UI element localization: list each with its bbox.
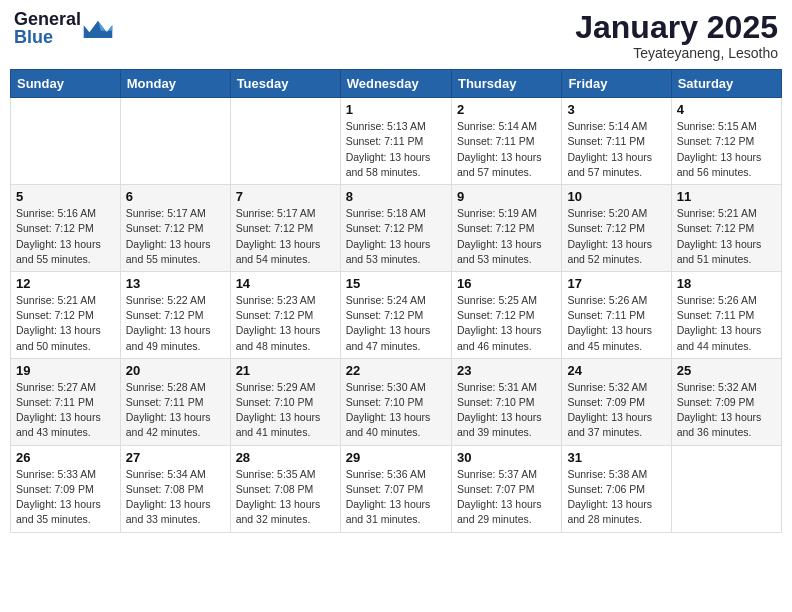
calendar-cell: 4Sunrise: 5:15 AM Sunset: 7:12 PM Daylig… — [671, 98, 781, 185]
day-number: 31 — [567, 450, 665, 465]
day-number: 21 — [236, 363, 335, 378]
day-number: 30 — [457, 450, 556, 465]
day-number: 12 — [16, 276, 115, 291]
day-number: 1 — [346, 102, 446, 117]
day-number: 20 — [126, 363, 225, 378]
weekday-header-friday: Friday — [562, 70, 671, 98]
day-info: Sunrise: 5:36 AM Sunset: 7:07 PM Dayligh… — [346, 467, 446, 528]
day-info: Sunrise: 5:24 AM Sunset: 7:12 PM Dayligh… — [346, 293, 446, 354]
day-info: Sunrise: 5:15 AM Sunset: 7:12 PM Dayligh… — [677, 119, 776, 180]
day-number: 17 — [567, 276, 665, 291]
month-title: January 2025 — [575, 10, 778, 45]
calendar-cell — [11, 98, 121, 185]
calendar-cell: 18Sunrise: 5:26 AM Sunset: 7:11 PM Dayli… — [671, 271, 781, 358]
title-section: January 2025 Teyateyaneng, Lesotho — [575, 10, 778, 61]
calendar-cell: 30Sunrise: 5:37 AM Sunset: 7:07 PM Dayli… — [451, 445, 561, 532]
weekday-header-wednesday: Wednesday — [340, 70, 451, 98]
day-number: 23 — [457, 363, 556, 378]
logo-blue: Blue — [14, 28, 81, 46]
day-info: Sunrise: 5:16 AM Sunset: 7:12 PM Dayligh… — [16, 206, 115, 267]
day-info: Sunrise: 5:22 AM Sunset: 7:12 PM Dayligh… — [126, 293, 225, 354]
day-number: 3 — [567, 102, 665, 117]
calendar-cell: 9Sunrise: 5:19 AM Sunset: 7:12 PM Daylig… — [451, 185, 561, 272]
calendar-cell: 16Sunrise: 5:25 AM Sunset: 7:12 PM Dayli… — [451, 271, 561, 358]
day-info: Sunrise: 5:26 AM Sunset: 7:11 PM Dayligh… — [567, 293, 665, 354]
day-number: 6 — [126, 189, 225, 204]
day-number: 8 — [346, 189, 446, 204]
day-number: 27 — [126, 450, 225, 465]
weekday-header-monday: Monday — [120, 70, 230, 98]
day-info: Sunrise: 5:25 AM Sunset: 7:12 PM Dayligh… — [457, 293, 556, 354]
logo: General Blue — [14, 10, 113, 46]
day-number: 5 — [16, 189, 115, 204]
calendar-cell: 27Sunrise: 5:34 AM Sunset: 7:08 PM Dayli… — [120, 445, 230, 532]
day-number: 25 — [677, 363, 776, 378]
day-info: Sunrise: 5:29 AM Sunset: 7:10 PM Dayligh… — [236, 380, 335, 441]
day-info: Sunrise: 5:34 AM Sunset: 7:08 PM Dayligh… — [126, 467, 225, 528]
calendar-cell: 19Sunrise: 5:27 AM Sunset: 7:11 PM Dayli… — [11, 358, 121, 445]
page-header: General Blue January 2025 Teyateyaneng, … — [10, 10, 782, 61]
day-info: Sunrise: 5:31 AM Sunset: 7:10 PM Dayligh… — [457, 380, 556, 441]
weekday-header-row: SundayMondayTuesdayWednesdayThursdayFrid… — [11, 70, 782, 98]
day-number: 24 — [567, 363, 665, 378]
calendar-cell: 17Sunrise: 5:26 AM Sunset: 7:11 PM Dayli… — [562, 271, 671, 358]
calendar-cell: 13Sunrise: 5:22 AM Sunset: 7:12 PM Dayli… — [120, 271, 230, 358]
day-number: 11 — [677, 189, 776, 204]
day-number: 29 — [346, 450, 446, 465]
location: Teyateyaneng, Lesotho — [575, 45, 778, 61]
day-info: Sunrise: 5:17 AM Sunset: 7:12 PM Dayligh… — [236, 206, 335, 267]
day-info: Sunrise: 5:13 AM Sunset: 7:11 PM Dayligh… — [346, 119, 446, 180]
day-info: Sunrise: 5:17 AM Sunset: 7:12 PM Dayligh… — [126, 206, 225, 267]
calendar-cell — [230, 98, 340, 185]
day-number: 28 — [236, 450, 335, 465]
day-info: Sunrise: 5:30 AM Sunset: 7:10 PM Dayligh… — [346, 380, 446, 441]
day-number: 14 — [236, 276, 335, 291]
day-info: Sunrise: 5:28 AM Sunset: 7:11 PM Dayligh… — [126, 380, 225, 441]
calendar-week-4: 19Sunrise: 5:27 AM Sunset: 7:11 PM Dayli… — [11, 358, 782, 445]
calendar-cell: 23Sunrise: 5:31 AM Sunset: 7:10 PM Dayli… — [451, 358, 561, 445]
day-info: Sunrise: 5:33 AM Sunset: 7:09 PM Dayligh… — [16, 467, 115, 528]
day-info: Sunrise: 5:27 AM Sunset: 7:11 PM Dayligh… — [16, 380, 115, 441]
day-number: 2 — [457, 102, 556, 117]
day-number: 9 — [457, 189, 556, 204]
day-info: Sunrise: 5:18 AM Sunset: 7:12 PM Dayligh… — [346, 206, 446, 267]
calendar-cell: 14Sunrise: 5:23 AM Sunset: 7:12 PM Dayli… — [230, 271, 340, 358]
calendar-cell: 28Sunrise: 5:35 AM Sunset: 7:08 PM Dayli… — [230, 445, 340, 532]
day-info: Sunrise: 5:21 AM Sunset: 7:12 PM Dayligh… — [677, 206, 776, 267]
calendar-cell: 24Sunrise: 5:32 AM Sunset: 7:09 PM Dayli… — [562, 358, 671, 445]
calendar-cell: 22Sunrise: 5:30 AM Sunset: 7:10 PM Dayli… — [340, 358, 451, 445]
calendar-cell: 15Sunrise: 5:24 AM Sunset: 7:12 PM Dayli… — [340, 271, 451, 358]
day-number: 13 — [126, 276, 225, 291]
day-number: 10 — [567, 189, 665, 204]
day-info: Sunrise: 5:14 AM Sunset: 7:11 PM Dayligh… — [457, 119, 556, 180]
weekday-header-tuesday: Tuesday — [230, 70, 340, 98]
day-number: 18 — [677, 276, 776, 291]
calendar-cell — [120, 98, 230, 185]
day-number: 22 — [346, 363, 446, 378]
day-info: Sunrise: 5:21 AM Sunset: 7:12 PM Dayligh… — [16, 293, 115, 354]
day-info: Sunrise: 5:26 AM Sunset: 7:11 PM Dayligh… — [677, 293, 776, 354]
day-number: 15 — [346, 276, 446, 291]
calendar-cell: 26Sunrise: 5:33 AM Sunset: 7:09 PM Dayli… — [11, 445, 121, 532]
calendar-cell: 7Sunrise: 5:17 AM Sunset: 7:12 PM Daylig… — [230, 185, 340, 272]
calendar-cell: 11Sunrise: 5:21 AM Sunset: 7:12 PM Dayli… — [671, 185, 781, 272]
calendar-table: SundayMondayTuesdayWednesdayThursdayFrid… — [10, 69, 782, 532]
day-info: Sunrise: 5:19 AM Sunset: 7:12 PM Dayligh… — [457, 206, 556, 267]
day-number: 19 — [16, 363, 115, 378]
day-info: Sunrise: 5:14 AM Sunset: 7:11 PM Dayligh… — [567, 119, 665, 180]
day-info: Sunrise: 5:37 AM Sunset: 7:07 PM Dayligh… — [457, 467, 556, 528]
calendar-week-2: 5Sunrise: 5:16 AM Sunset: 7:12 PM Daylig… — [11, 185, 782, 272]
calendar-cell: 10Sunrise: 5:20 AM Sunset: 7:12 PM Dayli… — [562, 185, 671, 272]
day-info: Sunrise: 5:32 AM Sunset: 7:09 PM Dayligh… — [567, 380, 665, 441]
day-number: 26 — [16, 450, 115, 465]
calendar-cell: 2Sunrise: 5:14 AM Sunset: 7:11 PM Daylig… — [451, 98, 561, 185]
day-number: 16 — [457, 276, 556, 291]
calendar-cell: 3Sunrise: 5:14 AM Sunset: 7:11 PM Daylig… — [562, 98, 671, 185]
weekday-header-saturday: Saturday — [671, 70, 781, 98]
calendar-cell: 8Sunrise: 5:18 AM Sunset: 7:12 PM Daylig… — [340, 185, 451, 272]
calendar-week-5: 26Sunrise: 5:33 AM Sunset: 7:09 PM Dayli… — [11, 445, 782, 532]
calendar-week-1: 1Sunrise: 5:13 AM Sunset: 7:11 PM Daylig… — [11, 98, 782, 185]
day-number: 7 — [236, 189, 335, 204]
calendar-cell: 20Sunrise: 5:28 AM Sunset: 7:11 PM Dayli… — [120, 358, 230, 445]
calendar-cell: 12Sunrise: 5:21 AM Sunset: 7:12 PM Dayli… — [11, 271, 121, 358]
